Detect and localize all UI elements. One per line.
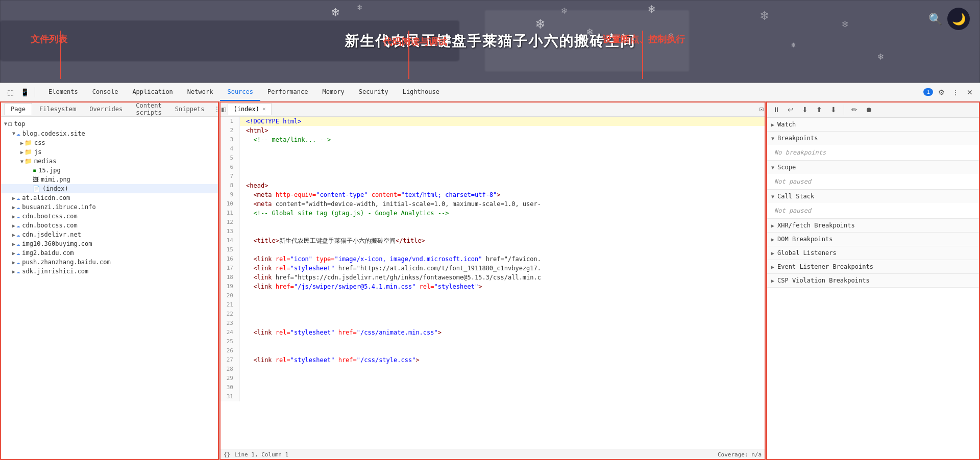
line-content (240, 337, 246, 346)
tab-console[interactable]: Console (85, 83, 126, 101)
xhr-header[interactable]: ▶ XHR/fetch Breakpoints (766, 219, 980, 232)
annotation-breakpoint: 设置断点、控制执行 (602, 33, 685, 45)
tab-security[interactable]: Security (352, 83, 396, 101)
line-number: 18 (219, 273, 240, 282)
subtab-snippets[interactable]: Snippets (169, 104, 211, 115)
tree-item-bootcss1[interactable]: ▶ ☁ cdn.bootcss.com (0, 212, 219, 221)
right-toolbar-sep (844, 105, 844, 115)
subtabs-more-button[interactable]: ⋮ (214, 106, 219, 113)
line-number: 6 (219, 163, 240, 172)
line-content (240, 291, 246, 300)
step-button[interactable]: ⬇ (827, 104, 840, 116)
code-editor[interactable]: 1<!DOCTYPE html>2<html>3 <!-- meta/link.… (219, 117, 766, 449)
editor-tab-index[interactable]: (index) ✕ (228, 103, 271, 115)
step-into-button[interactable]: ⬇ (799, 104, 811, 116)
code-line-21: 21 (219, 300, 766, 310)
global-listeners-header[interactable]: ▶ Global Listeners (766, 246, 980, 260)
arrow-blog: ▼ (12, 131, 15, 136)
step-out-button[interactable]: ⬆ (813, 104, 825, 116)
settings-button[interactable]: ⚙ (935, 86, 947, 98)
tree-item-alicdn[interactable]: ▶ ☁ at.alicdn.com (0, 193, 219, 202)
arrow-code-read (408, 31, 409, 79)
device-toolbar-button[interactable]: 📱 (18, 86, 31, 98)
toolbar-separator (35, 87, 35, 97)
tree-item-busuanzi[interactable]: ▶ ☁ busuanzi.ibruce.info (0, 202, 219, 212)
folder-icon-css: 📁 (24, 139, 32, 146)
tab-elements[interactable]: Elements (41, 83, 85, 101)
editor-minimize-button[interactable]: ◧ (222, 105, 226, 113)
arrow-empty2 (29, 177, 32, 183)
code-line-22: 22 (219, 310, 766, 319)
arrow-breakpoint (642, 31, 643, 79)
line-number: 19 (219, 282, 240, 291)
event-listener-header[interactable]: ▶ Event Listener Breakpoints (766, 260, 980, 273)
tree-item-label: img10.360buyimg.com (22, 240, 92, 247)
search-icon[interactable]: 🔍 (928, 13, 942, 25)
dark-mode-button[interactable]: 🌙 (947, 8, 970, 30)
tree-item-15jpg[interactable]: ▪ 15.jpg (0, 166, 219, 175)
code-line-10: 10 <meta content="width=device-width, in… (219, 199, 766, 209)
step-over-button[interactable]: ↩ (785, 104, 797, 116)
arrow-empty (29, 168, 32, 173)
editor-tab-close[interactable]: ✕ (262, 106, 266, 112)
code-line-18: 18 <link href="https://cdn.jsdelivr.net/… (219, 273, 766, 282)
tree-item-blog[interactable]: ▼ ☁ blog.codesix.site (0, 129, 219, 138)
tree-item-baidu-img[interactable]: ▶ ☁ img2.baidu.com (0, 248, 219, 258)
tab-application[interactable]: Application (125, 83, 180, 101)
line-content (240, 319, 246, 328)
arrow-alicdn: ▶ (12, 195, 15, 201)
subtab-content-scripts[interactable]: Content scripts (130, 101, 168, 118)
callstack-header[interactable]: ▼ Call Stack (766, 190, 980, 203)
tree-item-js[interactable]: ▶ 📁 js (0, 147, 219, 157)
tree-item-css[interactable]: ▶ 📁 css (0, 138, 219, 147)
line-content (240, 172, 246, 181)
callstack-body: Not paused (766, 203, 980, 218)
customize-button[interactable]: ⋮ (949, 86, 962, 98)
breakpoints-header[interactable]: ▼ Breakpoints (766, 132, 980, 145)
watch-section: ▶ Watch (766, 118, 980, 132)
tree-item-medias[interactable]: ▼ 📁 medias (0, 157, 219, 166)
subtab-filesystem[interactable]: Filesystem (33, 104, 82, 115)
tree-item-label: img2.baidu.com (22, 249, 74, 257)
dont-pause-exceptions-button[interactable]: ⏺ (863, 104, 875, 116)
tab-memory[interactable]: Memory (315, 83, 352, 101)
pause-button[interactable]: ⏸ (770, 104, 782, 116)
tree-item-jinrishici[interactable]: ▶ ☁ sdk.jinrishici.com (0, 267, 219, 276)
devtools-body: Page Filesystem Overrides Content script… (0, 101, 980, 460)
tab-performance[interactable]: Performance (260, 83, 315, 101)
subtab-overrides[interactable]: Overrides (83, 104, 129, 115)
tree-item-label: cdn.bootcss.com (22, 213, 77, 220)
scope-header[interactable]: ▼ Scope (766, 161, 980, 174)
line-content (240, 154, 246, 163)
dom-header[interactable]: ▶ DOM Breakpoints (766, 233, 980, 246)
tab-sources[interactable]: Sources (220, 83, 260, 101)
subtab-page[interactable]: Page (4, 103, 32, 115)
tree-item-bootcss2[interactable]: ▶ ☁ cdn.bootcss.com (0, 221, 219, 230)
code-line-24: 24 <link rel="stylesheet" href="/css/ani… (219, 328, 766, 337)
image-icon-15jpg: ▪ (33, 167, 36, 174)
tree-item-top[interactable]: ▼ ☐ top (0, 119, 219, 129)
tree-item-zhanzhang[interactable]: ▶ ☁ push.zhanzhang.baidu.com (0, 258, 219, 267)
editor-maximize-button[interactable]: ⊡ (760, 105, 764, 113)
tree-item-jsdelivr[interactable]: ▶ ☁ cdn.jsdelivr.net (0, 230, 219, 239)
csp-header[interactable]: ▶ CSP Violation Breakpoints (766, 274, 980, 287)
watch-header[interactable]: ▶ Watch (766, 118, 980, 131)
toolbar-right: 1 ⚙ ⋮ ✕ (923, 86, 976, 98)
close-devtools-button[interactable]: ✕ (964, 86, 976, 98)
coverage-status: Coverage: n/a (718, 451, 762, 458)
line-number: 5 (219, 154, 240, 163)
tab-network[interactable]: Network (180, 83, 220, 101)
inspect-element-button[interactable]: ⬚ (4, 86, 16, 98)
tree-item-index[interactable]: 📄 (index) (0, 184, 219, 193)
devtools-toolbar: ⬚ 📱 Elements Console Application Network… (0, 83, 980, 101)
tree-item-label: js (34, 148, 41, 156)
tree-item-mimipng[interactable]: 🖼 mimi.png (0, 175, 219, 184)
code-line-30: 30 (219, 383, 766, 392)
tree-item-label: at.alicdn.com (22, 194, 70, 201)
tab-lighthouse[interactable]: Lighthouse (396, 83, 447, 101)
code-line-8: 8<head> (219, 181, 766, 190)
file-icon-index: 📄 (33, 185, 40, 192)
deactivate-breakpoints-button[interactable]: ✏ (848, 104, 861, 116)
code-line-19: 19 <link href="/js/swiper/swiper@5.4.1.m… (219, 282, 766, 291)
tree-item-360buy[interactable]: ▶ ☁ img10.360buyimg.com (0, 239, 219, 248)
